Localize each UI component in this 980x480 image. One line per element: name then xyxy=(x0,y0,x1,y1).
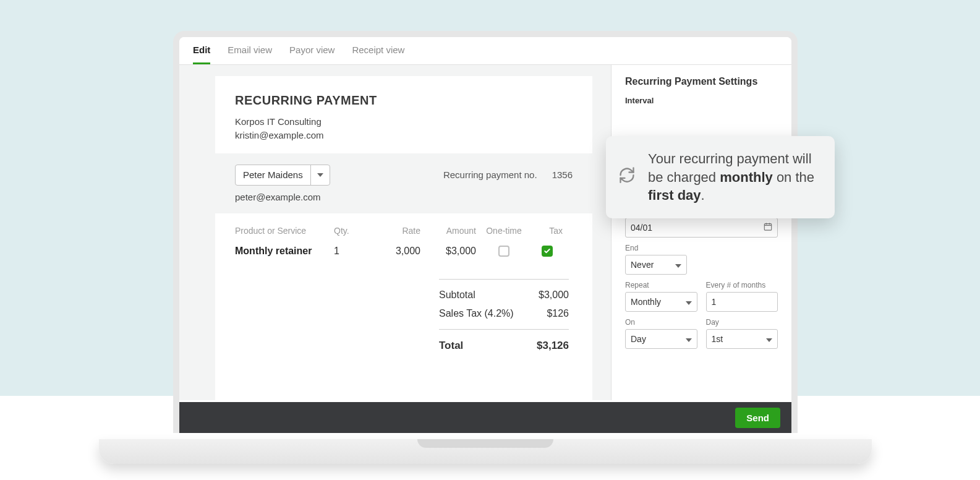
line-amount: $3,000 xyxy=(420,246,476,257)
line-product: Monthly retainer xyxy=(235,246,334,257)
col-product: Product or Service xyxy=(235,226,334,236)
chevron-down-icon xyxy=(311,173,330,177)
col-tax: Tax xyxy=(532,226,563,236)
total-label: Total xyxy=(439,340,463,352)
end-select[interactable]: Never xyxy=(625,255,687,275)
invoice-company: Korpos IT Consulting xyxy=(235,115,573,129)
chevron-down-icon xyxy=(766,334,772,344)
col-rate: Rate xyxy=(371,226,420,236)
invoice-company-email: kristin@example.com xyxy=(235,129,573,142)
tab-receipt-view[interactable]: Receipt view xyxy=(352,45,404,64)
recurring-label: Recurring payment no. xyxy=(443,169,537,180)
payor-name: Peter Maidens xyxy=(236,165,311,185)
tab-payor-view[interactable]: Payor view xyxy=(289,45,334,64)
payor-email: peter@example.com xyxy=(235,192,573,202)
tooltip-bold-monthly: monthly xyxy=(720,169,773,185)
subtotal-label: Subtotal xyxy=(439,289,475,301)
recurring-number: Recurring payment no. 1356 xyxy=(443,169,573,180)
content-area: RECURRING PAYMENT Korpos IT Consulting k… xyxy=(179,65,791,400)
col-amount: Amount xyxy=(420,226,476,236)
calendar-icon xyxy=(764,223,772,233)
onetime-checkbox[interactable] xyxy=(498,246,509,257)
settings-panel: Recurring Payment Settings Interval Star… xyxy=(611,65,791,400)
tab-email-view[interactable]: Email view xyxy=(228,45,272,64)
laptop-base xyxy=(99,439,872,464)
invoice-header: RECURRING PAYMENT Korpos IT Consulting k… xyxy=(215,76,592,153)
on-value: Day xyxy=(631,334,646,344)
interval-label: Interval xyxy=(625,96,778,105)
day-label: Day xyxy=(706,318,778,327)
salestax-label: Sales Tax (4.2%) xyxy=(439,308,514,319)
recurring-summary-tooltip: Your recurring payment will be charged m… xyxy=(606,136,835,218)
every-value: 1 xyxy=(712,297,717,307)
salestax-row: Sales Tax (4.2%) $126 xyxy=(439,304,569,323)
send-button[interactable]: Send xyxy=(735,408,780,428)
salestax-value: $126 xyxy=(547,308,569,319)
subtotal-value: $3,000 xyxy=(539,289,569,301)
line-tax xyxy=(532,246,563,257)
line-qty: 1 xyxy=(334,246,371,257)
payor-section: Peter Maidens Recurring payment no. 1356… xyxy=(215,153,592,213)
tax-checkbox[interactable] xyxy=(542,246,553,257)
tooltip-bold-firstday: first day xyxy=(648,187,701,203)
day-select[interactable]: 1st xyxy=(706,329,778,349)
repeat-label: Repeat xyxy=(625,281,697,289)
refresh-icon xyxy=(618,166,636,189)
payor-row: Peter Maidens Recurring payment no. 1356 xyxy=(235,165,573,186)
line-rate: 3,000 xyxy=(371,246,420,257)
tabs-bar: Edit Email view Payor view Receipt view xyxy=(179,37,791,65)
on-label: On xyxy=(625,318,697,327)
total-row: Total $3,126 xyxy=(439,336,569,356)
tooltip-text-mid: on the xyxy=(773,169,814,185)
recurring-no: 1356 xyxy=(552,169,573,180)
end-label: End xyxy=(625,244,778,252)
chevron-down-icon xyxy=(675,260,681,270)
start-value: 04/01 xyxy=(631,223,652,233)
tooltip-text-post: . xyxy=(701,187,705,203)
line-items: Product or Service Qty. Rate Amount One-… xyxy=(215,213,592,373)
line-item-row: Monthly retainer 1 3,000 $3,000 xyxy=(235,246,573,257)
line-items-header: Product or Service Qty. Rate Amount One-… xyxy=(235,226,573,246)
col-onetime: One-time xyxy=(476,226,532,236)
total-value: $3,126 xyxy=(537,340,569,352)
settings-title: Recurring Payment Settings xyxy=(625,76,778,87)
every-label: Every # of months xyxy=(706,281,778,289)
line-onetime xyxy=(476,246,532,257)
payor-select[interactable]: Peter Maidens xyxy=(235,165,330,186)
col-qty: Qty. xyxy=(334,226,371,236)
bottom-bar: Send xyxy=(179,402,791,433)
every-input[interactable]: 1 xyxy=(706,292,778,312)
invoice-title: RECURRING PAYMENT xyxy=(235,93,573,108)
invoice-panel: RECURRING PAYMENT Korpos IT Consulting k… xyxy=(215,76,592,400)
end-value: Never xyxy=(631,260,654,270)
on-select[interactable]: Day xyxy=(625,329,697,349)
totals: Subtotal $3,000 Sales Tax (4.2%) $126 To… xyxy=(439,279,569,356)
start-date-input[interactable]: 04/01 xyxy=(625,218,778,238)
laptop-frame: Edit Email view Payor view Receipt view … xyxy=(173,31,798,433)
chevron-down-icon xyxy=(686,334,692,344)
check-icon xyxy=(543,247,551,255)
day-value: 1st xyxy=(712,334,723,344)
laptop-notch xyxy=(417,439,553,448)
laptop-screen: Edit Email view Payor view Receipt view … xyxy=(173,31,798,433)
svg-rect-0 xyxy=(764,224,771,231)
subtotal-row: Subtotal $3,000 xyxy=(439,286,569,304)
chevron-down-icon xyxy=(686,297,692,307)
tab-edit[interactable]: Edit xyxy=(193,45,210,64)
repeat-value: Monthly xyxy=(631,297,661,307)
repeat-select[interactable]: Monthly xyxy=(625,292,697,312)
